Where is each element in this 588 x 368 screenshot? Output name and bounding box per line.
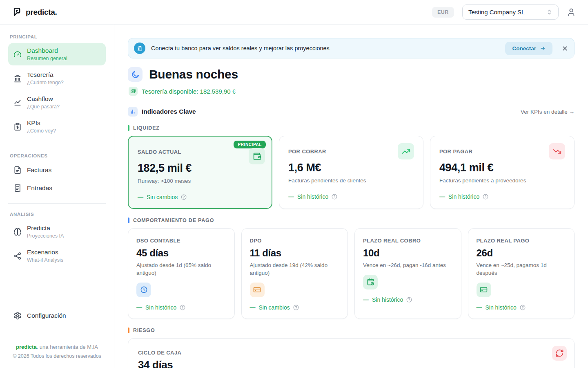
sidebar-item-sublabel: Resumen general: [27, 56, 67, 61]
status-text: Sin histórico: [486, 304, 517, 311]
sidebar-divider: [8, 331, 106, 331]
kpi-card-status: — Sin histórico: [439, 193, 565, 200]
no-change-dash: —: [477, 304, 482, 311]
user-icon: [567, 8, 576, 17]
file-text-icon: [13, 166, 22, 174]
close-icon: [561, 45, 568, 52]
help-icon[interactable]: [332, 194, 337, 200]
sidebar-item-sublabel: Proyecciones IA: [27, 233, 64, 239]
kpi-card-value: 11 días: [250, 247, 340, 259]
calendar-clock-icon: [363, 275, 378, 289]
app-logo[interactable]: predicta.: [12, 7, 57, 17]
status-text: Sin cambios: [147, 194, 178, 200]
trending-down-icon: [549, 143, 565, 159]
bar-chart-icon: [128, 107, 138, 117]
kpi-card-value: 494,1 mil €: [439, 162, 565, 174]
company-selector[interactable]: Testing Company SL: [462, 4, 559, 20]
footer-tagline: . una herramienta de M.IA: [37, 344, 98, 350]
no-change-dash: —: [439, 193, 445, 200]
sidebar-item-label: Dashboard: [27, 47, 67, 54]
no-change-dash: —: [136, 304, 142, 311]
kpi-card-dso-contable: DSO CONTABLE 45 días Ajustado desde 1d (…: [128, 228, 235, 319]
sidebar-item-label: Tesorería: [27, 71, 64, 79]
principal-badge: PRINCIPAL: [234, 141, 266, 148]
footer-copyright: © 2026 Todos los derechos reservados: [11, 352, 103, 360]
sidebar-item-cashflow[interactable]: Cashflow ¿Qué pasará?: [8, 91, 106, 114]
help-icon[interactable]: [406, 297, 412, 303]
sidebar-item-configuracion[interactable]: Configuración: [8, 307, 106, 324]
kpi-card-value: 34 días: [138, 359, 564, 368]
sidebar-divider: [8, 203, 106, 204]
help-icon[interactable]: [520, 305, 526, 310]
view-kpis-link[interactable]: Ver KPIs en detalle →: [521, 109, 575, 115]
kpi-card-subtitle: Vence en ~26d, pagan -16d antes: [363, 262, 453, 269]
kpi-card-ciclo-de-caja: CICLO DE CAJA 34 días Necesita financiac…: [128, 338, 575, 368]
main-content: Conecta tu banco para ver saldos reales …: [114, 25, 588, 368]
kpi-card-value: 10d: [363, 247, 453, 259]
kpi-card-saldo-actual: PRINCIPAL SALDO ACTUAL 182,5 mil € Runwa…: [128, 136, 272, 209]
no-change-dash: —: [138, 194, 143, 200]
banknote-icon: [129, 87, 138, 96]
company-selector-value: Testing Company SL: [468, 9, 525, 16]
kpi-card-plazo-real-pago: PLAZO REAL PAGO 26d Vence en ~25d, pagam…: [468, 228, 575, 319]
help-icon[interactable]: [181, 194, 187, 200]
kpi-card-title: POR COBRAR: [288, 148, 326, 155]
sidebar-item-sublabel: What-if Analysis: [27, 257, 63, 263]
clipboard-dollar-icon: [13, 123, 22, 131]
kpi-card-dpo: DPO 11 días Ajustado desde 19d (42% sald…: [241, 228, 348, 319]
kpi-card-subtitle: Ajustado desde 1d (65% saldo antiguo): [136, 262, 226, 277]
kpi-card-subtitle: Facturas pendientes a proveedores: [439, 177, 565, 185]
kpi-card-title: SALDO ACTUAL: [138, 149, 181, 155]
connect-button-label: Conectar: [512, 45, 536, 52]
kpi-card-status: — Sin cambios: [138, 194, 263, 200]
sidebar-item-label: Cashflow: [27, 95, 60, 103]
sidebar-item-facturas[interactable]: Facturas: [8, 162, 106, 178]
kpi-section-title: Indicadores Clave: [142, 108, 196, 115]
banner-close-button[interactable]: [561, 45, 568, 52]
sidebar-item-dashboard[interactable]: Dashboard Resumen general: [8, 43, 106, 65]
kpi-card-status: — Sin histórico: [477, 304, 566, 311]
sidebar-item-sublabel: ¿Qué pasará?: [27, 104, 60, 110]
group-label-riesgo: RIESGO: [128, 328, 575, 333]
kpi-card-por-pagar: POR PAGAR 494,1 mil € Facturas pendiente…: [430, 136, 575, 209]
status-text: Sin cambios: [259, 304, 290, 311]
sidebar-item-predicta[interactable]: Predicta Proyecciones IA: [8, 220, 106, 243]
sidebar-section-operaciones: OPERACIONES: [10, 153, 106, 158]
receipt-icon: [13, 184, 22, 192]
sidebar-item-sublabel: ¿Cuánto tengo?: [27, 80, 64, 85]
kpi-card-plazo-real-cobro: PLAZO REAL COBRO 10d Vence en ~26d, paga…: [354, 228, 461, 319]
status-text: Sin histórico: [297, 193, 328, 200]
kpi-card-title: CICLO DE CAJA: [138, 350, 181, 356]
sidebar-item-escenarios[interactable]: Escenarios What-if Analysis: [8, 245, 106, 267]
sidebar-item-tesoreria[interactable]: Tesorería ¿Cuánto tengo?: [8, 67, 106, 90]
gear-icon: [13, 312, 22, 320]
no-change-dash: —: [288, 193, 294, 200]
clock-icon: [136, 283, 151, 297]
connect-bank-banner: Conecta tu banco para ver saldos reales …: [128, 38, 575, 58]
sidebar-item-entradas[interactable]: Entradas: [8, 180, 106, 196]
sidebar-section-principal: PRINCIPAL: [10, 34, 106, 39]
credit-card-icon: [477, 283, 491, 297]
group-label-liquidez: LIQUIDEZ: [128, 125, 575, 131]
kpi-card-value: 1,6 M€: [288, 162, 414, 174]
status-text: Sin histórico: [448, 193, 479, 200]
help-icon[interactable]: [180, 305, 185, 310]
kpi-card-subtitle: Vence en ~25d, pagamos 1d después: [477, 262, 566, 277]
currency-badge[interactable]: EUR: [432, 7, 454, 18]
sidebar-item-label: Entradas: [27, 184, 52, 192]
brand-name: predicta.: [26, 8, 57, 17]
kpi-card-title: PLAZO REAL COBRO: [363, 238, 421, 244]
user-menu-button[interactable]: [567, 8, 576, 17]
sidebar-item-kpis[interactable]: KPIs ¿Cómo voy?: [8, 115, 106, 138]
sidebar-item-label: Predicta: [27, 224, 64, 232]
kpi-card-subtitle: Ajustado desde 19d (42% saldo antiguo): [250, 262, 340, 277]
sidebar-footer: predicta. una herramienta de M.IA © 2026…: [8, 337, 106, 362]
group-label-comportamiento: COMPORTAMIENTO DE PAGO: [128, 218, 575, 223]
kpi-card-subtitle: Runway: >100 meses: [138, 177, 263, 185]
no-change-dash: —: [250, 304, 256, 311]
help-icon[interactable]: [483, 194, 488, 200]
group-label-text: RIESGO: [133, 328, 155, 333]
help-icon[interactable]: [293, 305, 299, 310]
connect-button[interactable]: Conectar: [505, 42, 552, 55]
predicta-logo-icon: [12, 7, 22, 17]
